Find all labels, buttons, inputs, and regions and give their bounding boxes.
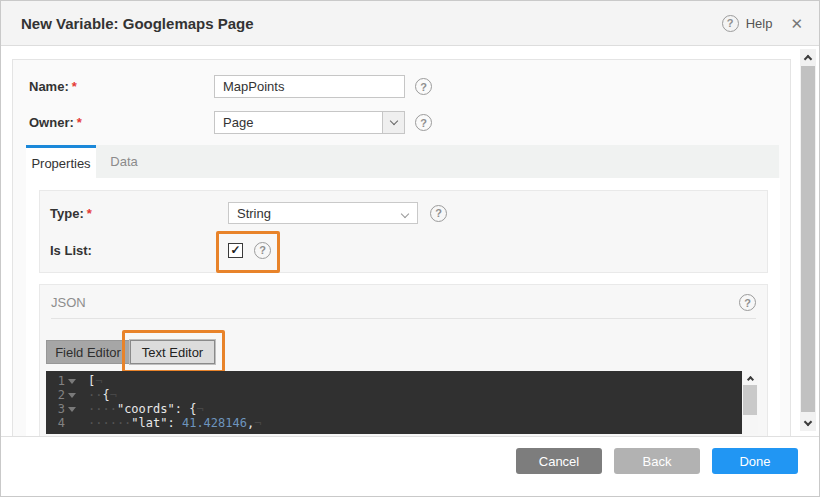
owner-select-dropdown-button[interactable] xyxy=(382,112,404,133)
name-label: Name:* xyxy=(29,79,214,94)
is-list-label: Is List: xyxy=(50,243,228,258)
editor-scrollbar-thumb[interactable] xyxy=(743,385,757,415)
help-icon[interactable]: ? xyxy=(722,15,739,32)
type-select[interactable]: String xyxy=(228,202,418,224)
json-help-icon[interactable]: ? xyxy=(739,294,756,311)
type-label-text: Type: xyxy=(50,206,84,221)
json-divider xyxy=(51,318,756,319)
tab-strip: Properties Data xyxy=(26,145,779,178)
field-editor-button[interactable]: Field Editor xyxy=(46,340,130,364)
close-icon[interactable]: ✕ xyxy=(790,16,803,31)
type-field-row: Type:* String ? xyxy=(50,202,447,224)
back-button[interactable]: Back xyxy=(614,448,700,474)
variable-form-panel: Name:* ? Owner:* Page ? Properties Data xyxy=(12,59,791,437)
type-help-icon[interactable]: ? xyxy=(430,205,447,222)
name-required-asterisk: * xyxy=(72,79,77,94)
scroll-up-icon[interactable] xyxy=(800,49,816,65)
owner-label: Owner:* xyxy=(29,115,214,130)
is-list-field-row: Is List: ✓ ? xyxy=(50,239,271,261)
properties-tab-content: Type:* String ? Is List: ✓ ? xyxy=(26,178,780,437)
owner-help-icon[interactable]: ? xyxy=(415,114,432,131)
json-panel: JSON ? Field Editor Text Editor 1[¬2··{¬… xyxy=(39,284,768,437)
code-line: 2··{¬ xyxy=(46,388,742,402)
done-button[interactable]: Done xyxy=(712,448,798,474)
code-line: 3····"coords": {¬ xyxy=(46,402,742,416)
tab-properties[interactable]: Properties xyxy=(26,145,96,178)
dialog-header: New Variable: Googlemaps Page ? Help ✕ xyxy=(1,1,819,46)
name-help-icon[interactable]: ? xyxy=(415,78,432,95)
code-line: 1[¬ xyxy=(46,374,742,388)
editor-scroll-up-icon[interactable] xyxy=(742,371,758,384)
editor-scrollbar[interactable] xyxy=(742,371,758,434)
help-link[interactable]: Help xyxy=(746,16,773,31)
owner-select-value: Page xyxy=(223,115,253,130)
dialog-title: New Variable: Googlemaps Page xyxy=(21,15,254,32)
json-section-heading: JSON xyxy=(51,295,86,310)
text-editor-button[interactable]: Text Editor xyxy=(130,340,215,364)
tab-data[interactable]: Data xyxy=(96,145,152,178)
new-variable-dialog: New Variable: Googlemaps Page ? Help ✕ N… xyxy=(0,0,820,497)
owner-select[interactable]: Page xyxy=(214,111,405,134)
fold-caret-icon xyxy=(65,416,78,430)
dialog-footer: Cancel Back Done xyxy=(1,436,819,496)
header-actions: ? Help ✕ xyxy=(722,15,803,32)
name-label-text: Name: xyxy=(29,79,69,94)
type-label: Type:* xyxy=(50,206,228,221)
code-line: 4······"lat": 41.428146,¬ xyxy=(46,416,742,430)
cancel-button[interactable]: Cancel xyxy=(516,448,602,474)
code-editor-lines: 1[¬2··{¬3····"coords": {¬4······"lat": 4… xyxy=(46,374,742,430)
name-field-row: Name:* ? xyxy=(29,75,432,98)
name-input[interactable] xyxy=(214,75,405,98)
type-select-value: String xyxy=(237,206,271,221)
owner-field-row: Owner:* Page ? xyxy=(29,111,432,134)
chevron-down-icon xyxy=(401,210,409,218)
fold-caret-icon[interactable] xyxy=(65,402,78,416)
is-list-checkbox[interactable]: ✓ xyxy=(228,243,243,258)
chevron-down-icon xyxy=(389,117,397,125)
dialog-body: Name:* ? Owner:* Page ? Properties Data xyxy=(1,47,819,437)
json-code-editor[interactable]: 1[¬2··{¬3····"coords": {¬4······"lat": 4… xyxy=(46,371,742,434)
scroll-down-icon[interactable] xyxy=(800,415,816,431)
type-required-asterisk: * xyxy=(87,206,92,221)
is-list-help-icon[interactable]: ? xyxy=(254,242,271,259)
dialog-scrollbar-thumb[interactable] xyxy=(801,66,815,412)
fold-caret-icon[interactable] xyxy=(65,388,78,402)
fold-caret-icon[interactable] xyxy=(65,374,78,388)
dialog-scrollbar[interactable] xyxy=(800,49,816,431)
owner-required-asterisk: * xyxy=(77,115,82,130)
owner-label-text: Owner: xyxy=(29,115,74,130)
type-panel: Type:* String ? Is List: ✓ ? xyxy=(39,190,768,273)
